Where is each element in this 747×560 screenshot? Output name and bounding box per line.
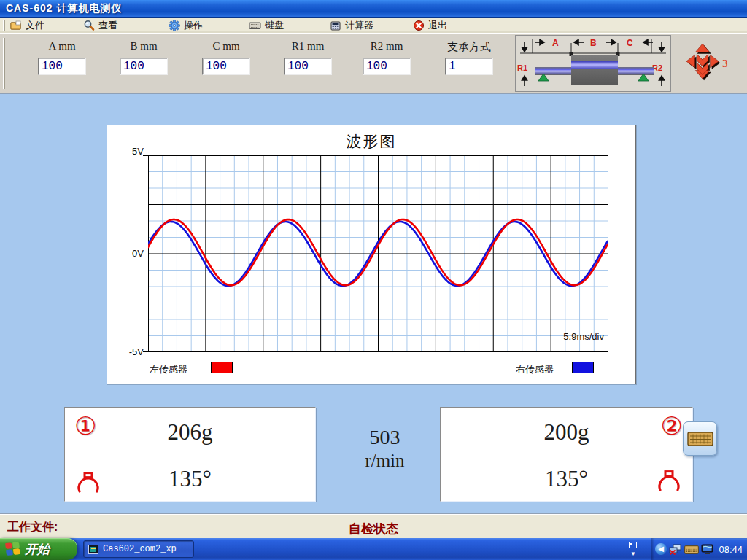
axis-tick	[143, 155, 148, 156]
left-angle-value: 135°	[65, 466, 315, 492]
weight-position-icon	[657, 470, 681, 492]
taskbar-clock: 08:44	[719, 544, 743, 555]
direction-count: 3	[722, 58, 728, 70]
status-bar: 工作文件: 自检状态	[0, 514, 747, 538]
exit-icon	[413, 20, 425, 31]
menu-calculator[interactable]: 计算器	[327, 18, 376, 34]
diagram-label-b: B	[590, 38, 597, 48]
start-button[interactable]: 开始	[0, 538, 77, 560]
menu-file-label: 文件	[26, 19, 44, 32]
self-check-status: 自检状态	[0, 521, 747, 537]
axis-tick	[143, 351, 148, 352]
ytick-m5v: -5V	[112, 346, 144, 357]
move-arrows-icon	[684, 41, 721, 83]
waveform-panel: 波形图 5V 0V -5V 5.9ms/div 左传感器 右传感器	[107, 125, 636, 384]
menu-exit-label: 退出	[428, 19, 447, 32]
field-label-c: C mm	[202, 40, 250, 52]
field-label-b: B mm	[120, 40, 168, 52]
windows-logo-icon	[5, 542, 21, 556]
field-label-r2: R2 mm	[363, 40, 411, 52]
field-label-r1: R1 mm	[284, 40, 332, 52]
display-settings-icon[interactable]	[701, 544, 713, 555]
taskbar: 开始 Cas602_com2_xp ▼ ◀	[0, 538, 747, 560]
chevron-down-icon: ▼	[630, 551, 636, 557]
right-sensor-result-panel: ② 200g 135°	[440, 407, 693, 502]
legend-swatch-red	[211, 362, 233, 373]
speed-value: 503	[332, 426, 438, 449]
tray-collapse-button[interactable]: ◀	[655, 543, 667, 555]
rotor-diagram: A B C R1 R2	[515, 35, 671, 92]
left-sensor-result-panel: ① 206g 135°	[64, 407, 316, 502]
menu-view-label: 查看	[98, 19, 117, 32]
menu-file[interactable]: 文件	[7, 18, 47, 34]
menu-operate[interactable]: 操作	[166, 18, 206, 34]
menu-calculator-label: 计算器	[345, 19, 374, 32]
field-input-b[interactable]	[120, 58, 168, 75]
legend-left-sensor: 左传感器	[150, 363, 187, 376]
keyboard-icon	[249, 20, 261, 31]
menu-operate-label: 操作	[184, 19, 203, 32]
field-label-a: A mm	[38, 40, 86, 52]
parameter-bar: A mm B mm C mm R1 mm R2 mm 支承方式	[0, 34, 747, 94]
app-window: CAS-602 计算机电测仪 文件 查看	[0, 0, 747, 560]
ytick-0v: 0V	[112, 248, 144, 259]
language-band-icon	[629, 542, 637, 548]
menu-view[interactable]: 查看	[80, 18, 120, 34]
ytick-5v: 5V	[112, 146, 144, 157]
weight-position-icon	[76, 472, 101, 494]
calculator-icon	[330, 20, 341, 31]
toolbar-grip	[3, 20, 5, 31]
direction-indicator[interactable]: 3	[684, 41, 732, 86]
speed-unit: r/min	[332, 451, 438, 471]
window-title: CAS-602 计算机电测仪	[6, 2, 122, 15]
legend-swatch-blue	[572, 362, 594, 373]
diagram-label-a: A	[552, 38, 559, 48]
menu-keyboard[interactable]: 键盘	[246, 18, 287, 34]
folder-icon	[10, 20, 22, 31]
diagram-label-r1: R1	[517, 63, 527, 72]
field-label-support: 支承方式	[444, 40, 495, 54]
taskbar-app-button[interactable]: Cas602_com2_xp	[83, 540, 194, 558]
field-input-r2[interactable]	[363, 58, 411, 75]
right-weight-value: 200g	[441, 419, 692, 446]
search-icon	[83, 20, 95, 31]
field-input-r1[interactable]	[284, 58, 332, 75]
toolbar-grip	[3, 38, 5, 89]
right-angle-value: 135°	[441, 466, 692, 492]
chart-title: 波形图	[107, 131, 635, 152]
field-input-support[interactable]	[445, 58, 493, 75]
taskbar-app-label: Cas602_com2_xp	[103, 544, 177, 554]
time-scale-label: 5.9ms/div	[563, 331, 604, 342]
keyboard-tray-icon[interactable]	[684, 545, 699, 554]
left-weight-value: 206g	[65, 419, 315, 446]
field-input-c[interactable]	[202, 58, 250, 75]
system-tray: ◀ 08:44	[651, 538, 747, 560]
keyboard-icon	[687, 430, 713, 448]
menu-bar: 文件 查看	[0, 18, 747, 34]
network-offline-icon[interactable]	[669, 544, 682, 555]
virtual-keyboard-button[interactable]	[683, 421, 717, 456]
menu-exit[interactable]: 退出	[410, 18, 450, 34]
menu-keyboard-label: 键盘	[265, 19, 284, 32]
legend-right-sensor: 右传感器	[516, 363, 554, 376]
field-input-a[interactable]	[38, 58, 86, 75]
title-bar: CAS-602 计算机电测仪	[0, 0, 747, 18]
rotor-diagram-drawing: A B C R1 R2	[516, 36, 670, 91]
app-icon	[88, 545, 98, 554]
waveform-plot	[148, 155, 608, 352]
gear-icon	[169, 20, 180, 31]
start-label: 开始	[25, 541, 50, 558]
speed-readout: 503 r/min	[332, 426, 438, 471]
language-bar[interactable]: ▼	[626, 540, 645, 559]
axis-tick	[143, 254, 148, 254]
diagram-label-c: C	[627, 38, 633, 48]
